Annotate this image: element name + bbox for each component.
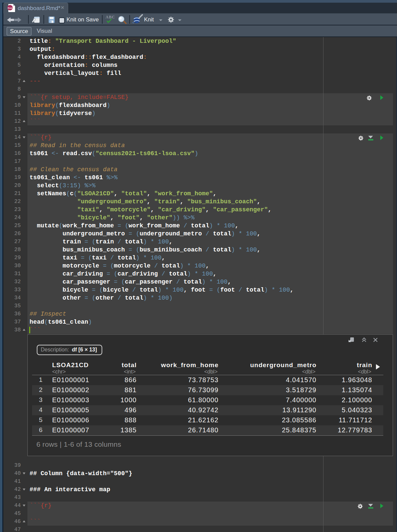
svg-text:Rmd: Rmd [8, 7, 12, 9]
